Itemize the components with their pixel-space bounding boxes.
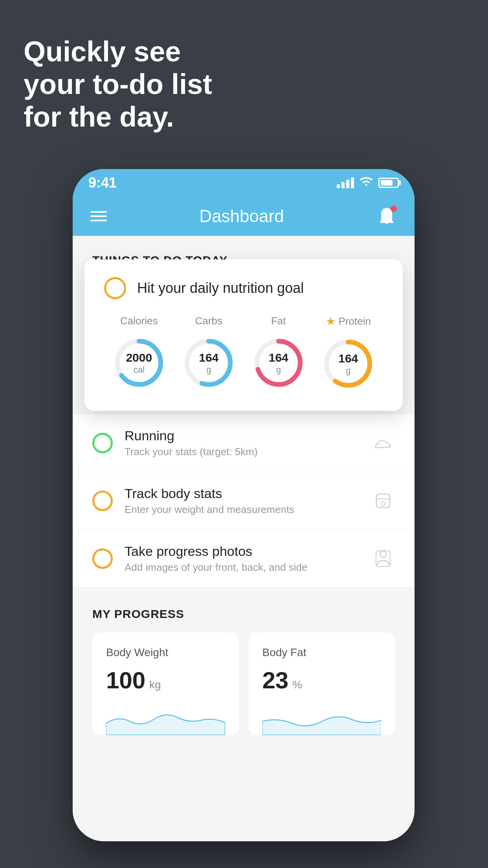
todo-title: Track body stats [125, 486, 360, 501]
donut-chart: 164 g [319, 334, 378, 393]
todo-icon [371, 489, 395, 513]
progress-section: MY PROGRESS Body Weight 100 kg Body Fat … [73, 588, 415, 751]
hero-text: Quickly see your to-do list for the day. [24, 35, 212, 133]
progress-unit: kg [149, 679, 161, 691]
todo-text-block: Running Track your stats (target: 5km) [125, 428, 360, 458]
progress-value: 100 [106, 667, 145, 694]
macro-label: Calories [120, 315, 158, 327]
nutrition-checkbox[interactable] [104, 277, 126, 299]
hero-line2: your to-do list [24, 68, 212, 101]
todo-text-block: Track body stats Enter your weight and m… [125, 486, 360, 516]
wifi-icon [359, 176, 374, 190]
signal-icon [337, 177, 354, 188]
nutrition-card: Hit your daily nutrition goal Calories 2… [84, 259, 403, 411]
donut-value: 164 g [338, 351, 358, 376]
macro-item: Fat 164 g [249, 315, 308, 392]
todo-checkbox[interactable] [92, 433, 113, 453]
phone-mockup: 9:41 [73, 169, 415, 841]
todo-title: Take progress photos [125, 544, 360, 559]
status-time: 9:41 [88, 175, 117, 191]
todo-item[interactable]: Running Track your stats (target: 5km) [73, 414, 415, 472]
donut-chart: 2000 cal [110, 333, 169, 392]
progress-chart [106, 704, 225, 735]
status-bar: 9:41 [73, 169, 415, 197]
todo-item[interactable]: Take progress photos Add images of your … [73, 530, 415, 588]
donut-chart: 164 g [249, 333, 308, 392]
todo-item[interactable]: Track body stats Enter your weight and m… [73, 472, 415, 530]
hero-line1: Quickly see [24, 35, 212, 68]
todo-title: Running [125, 428, 360, 443]
progress-cards: Body Weight 100 kg Body Fat 23 % [92, 633, 395, 735]
progress-card-title: Body Fat [262, 646, 382, 659]
todo-text-block: Take progress photos Add images of your … [125, 544, 360, 574]
svg-point-11 [380, 551, 386, 557]
progress-value-row: 100 kg [106, 667, 225, 694]
progress-unit: % [292, 679, 302, 691]
progress-card[interactable]: Body Weight 100 kg [92, 633, 239, 735]
app-content: THINGS TO DO TODAY Hit your daily nutrit… [73, 236, 415, 841]
nutrition-header: Hit your daily nutrition goal [104, 277, 383, 299]
progress-title: MY PROGRESS [92, 607, 395, 621]
donut-value: 2000 cal [126, 351, 152, 375]
bell-icon[interactable] [376, 206, 397, 227]
status-icons [337, 176, 399, 190]
progress-card-title: Body Weight [106, 646, 225, 659]
macro-label: Fat [271, 315, 286, 327]
macro-item: Carbs 164 g [179, 315, 238, 392]
donut-value: 164 g [199, 351, 218, 375]
todo-subtitle: Enter your weight and measurements [125, 504, 360, 516]
progress-value-row: 23 % [262, 667, 382, 694]
macro-item: Calories 2000 cal [110, 315, 169, 392]
hero-line3: for the day. [24, 101, 212, 133]
progress-card[interactable]: Body Fat 23 % [249, 633, 395, 735]
donut-value: 164 g [269, 351, 288, 375]
todo-list: Running Track your stats (target: 5km) T… [73, 414, 415, 588]
hamburger-icon[interactable] [90, 211, 107, 221]
macro-label: ★Protein [326, 315, 371, 328]
todo-icon [371, 431, 395, 455]
app-title: Dashboard [199, 206, 284, 226]
todo-subtitle: Track your stats (target: 5km) [125, 446, 360, 458]
macro-label: Carbs [195, 315, 222, 327]
donut-chart: 164 g [179, 333, 238, 392]
app-header: Dashboard [73, 197, 415, 236]
nutrition-title: Hit your daily nutrition goal [137, 280, 304, 296]
battery-icon [378, 178, 399, 188]
nutrition-macros: Calories 2000 cal Carbs 164 g Fat [104, 315, 383, 393]
progress-value: 23 [262, 667, 289, 694]
todo-subtitle: Add images of your front, back, and side [125, 561, 360, 574]
svg-rect-12 [376, 551, 390, 566]
todo-checkbox[interactable] [92, 548, 113, 569]
todo-icon [371, 547, 395, 570]
svg-point-10 [381, 502, 385, 506]
progress-chart [262, 704, 382, 735]
todo-checkbox[interactable] [92, 491, 113, 511]
macro-item: ★Protein 164 g [319, 315, 378, 393]
